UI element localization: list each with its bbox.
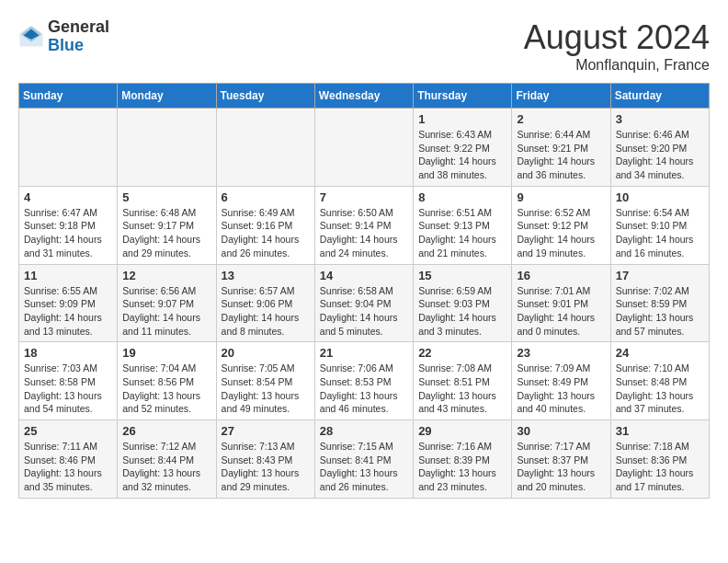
- calendar-day-cell: 5Sunrise: 6:48 AM Sunset: 9:17 PM Daylig…: [118, 186, 216, 264]
- calendar-day-cell: 13Sunrise: 6:57 AM Sunset: 9:06 PM Dayli…: [216, 264, 314, 342]
- day-number: 30: [517, 424, 605, 438]
- day-number: 10: [616, 190, 704, 204]
- calendar-table: Sunday Monday Tuesday Wednesday Thursday…: [18, 83, 710, 499]
- logo-icon: [18, 24, 44, 50]
- day-number: 13: [222, 269, 310, 282]
- day-number: 24: [616, 346, 704, 360]
- calendar-day-cell: 31Sunrise: 7:18 AM Sunset: 8:36 PM Dayli…: [610, 420, 709, 499]
- calendar-day-cell: 26Sunrise: 7:12 AM Sunset: 8:44 PM Dayli…: [118, 420, 216, 499]
- day-number: 17: [616, 269, 704, 282]
- calendar-day-cell: 22Sunrise: 7:08 AM Sunset: 8:51 PM Dayli…: [414, 342, 512, 420]
- calendar-day-cell: 6Sunrise: 6:49 AM Sunset: 9:16 PM Daylig…: [216, 186, 314, 264]
- day-number: 31: [616, 424, 704, 438]
- day-detail: Sunrise: 7:04 AM Sunset: 8:56 PM Dayligh…: [122, 362, 210, 416]
- day-number: 7: [320, 190, 408, 204]
- day-detail: Sunrise: 6:52 AM Sunset: 9:12 PM Dayligh…: [517, 206, 605, 260]
- day-number: 6: [222, 190, 310, 204]
- day-detail: Sunrise: 7:10 AM Sunset: 8:48 PM Dayligh…: [616, 362, 704, 416]
- calendar-day-cell: 11Sunrise: 6:55 AM Sunset: 9:09 PM Dayli…: [19, 264, 118, 342]
- day-number: 11: [24, 269, 112, 282]
- day-detail: Sunrise: 7:06 AM Sunset: 8:53 PM Dayligh…: [320, 362, 408, 416]
- day-number: 18: [24, 346, 112, 360]
- calendar-day-cell: 12Sunrise: 6:56 AM Sunset: 9:07 PM Dayli…: [118, 264, 216, 342]
- day-detail: Sunrise: 6:55 AM Sunset: 9:09 PM Dayligh…: [24, 284, 112, 339]
- day-detail: Sunrise: 7:15 AM Sunset: 8:41 PM Dayligh…: [320, 440, 408, 494]
- calendar-day-cell: 16Sunrise: 7:01 AM Sunset: 9:01 PM Dayli…: [512, 264, 610, 342]
- calendar-day-cell: 21Sunrise: 7:06 AM Sunset: 8:53 PM Dayli…: [314, 342, 413, 420]
- calendar-day-cell: 2Sunrise: 6:44 AM Sunset: 9:21 PM Daylig…: [512, 109, 610, 187]
- calendar-day-cell: 9Sunrise: 6:52 AM Sunset: 9:12 PM Daylig…: [512, 186, 610, 264]
- day-detail: Sunrise: 6:44 AM Sunset: 9:21 PM Dayligh…: [517, 128, 605, 182]
- calendar-week-row: 4Sunrise: 6:47 AM Sunset: 9:18 PM Daylig…: [19, 186, 710, 264]
- day-number: 29: [418, 424, 506, 438]
- day-number: 21: [320, 346, 408, 360]
- logo-blue-text: Blue: [48, 37, 109, 55]
- calendar-day-cell: 19Sunrise: 7:04 AM Sunset: 8:56 PM Dayli…: [118, 342, 216, 420]
- weekday-header-row: Sunday Monday Tuesday Wednesday Thursday…: [19, 84, 710, 109]
- calendar-week-row: 25Sunrise: 7:11 AM Sunset: 8:46 PM Dayli…: [19, 420, 710, 499]
- logo: General Blue: [18, 18, 109, 55]
- day-number: 25: [24, 424, 112, 438]
- calendar-body: 1Sunrise: 6:43 AM Sunset: 9:22 PM Daylig…: [19, 109, 710, 499]
- day-detail: Sunrise: 7:13 AM Sunset: 8:43 PM Dayligh…: [222, 440, 310, 494]
- calendar-day-cell: [19, 109, 118, 187]
- day-detail: Sunrise: 7:16 AM Sunset: 8:39 PM Dayligh…: [418, 440, 506, 494]
- day-number: 22: [418, 346, 506, 360]
- day-detail: Sunrise: 7:09 AM Sunset: 8:49 PM Dayligh…: [517, 362, 605, 416]
- calendar-day-cell: 28Sunrise: 7:15 AM Sunset: 8:41 PM Dayli…: [314, 420, 413, 499]
- calendar-day-cell: 4Sunrise: 6:47 AM Sunset: 9:18 PM Daylig…: [19, 186, 118, 264]
- logo-text: General Blue: [48, 18, 109, 55]
- day-number: 15: [418, 269, 506, 282]
- calendar-day-cell: 24Sunrise: 7:10 AM Sunset: 8:48 PM Dayli…: [610, 342, 709, 420]
- day-detail: Sunrise: 6:59 AM Sunset: 9:03 PM Dayligh…: [418, 284, 506, 339]
- day-detail: Sunrise: 6:47 AM Sunset: 9:18 PM Dayligh…: [24, 206, 112, 260]
- calendar-day-cell: 1Sunrise: 6:43 AM Sunset: 9:22 PM Daylig…: [414, 109, 512, 187]
- day-detail: Sunrise: 6:54 AM Sunset: 9:10 PM Dayligh…: [616, 206, 704, 260]
- day-detail: Sunrise: 7:11 AM Sunset: 8:46 PM Dayligh…: [24, 440, 112, 494]
- calendar-week-row: 1Sunrise: 6:43 AM Sunset: 9:22 PM Daylig…: [19, 109, 710, 187]
- day-number: 4: [24, 190, 112, 204]
- day-detail: Sunrise: 6:46 AM Sunset: 9:20 PM Dayligh…: [616, 128, 704, 182]
- header-thursday: Thursday: [414, 84, 512, 109]
- calendar-day-cell: 29Sunrise: 7:16 AM Sunset: 8:39 PM Dayli…: [414, 420, 512, 499]
- calendar-day-cell: 10Sunrise: 6:54 AM Sunset: 9:10 PM Dayli…: [610, 186, 709, 264]
- calendar-day-cell: 17Sunrise: 7:02 AM Sunset: 8:59 PM Dayli…: [610, 264, 709, 342]
- title-block: August 2024 Monflanquin, France: [524, 18, 710, 74]
- day-detail: Sunrise: 6:49 AM Sunset: 9:16 PM Dayligh…: [222, 206, 310, 260]
- calendar-day-cell: 30Sunrise: 7:17 AM Sunset: 8:37 PM Dayli…: [512, 420, 610, 499]
- calendar-day-cell: 7Sunrise: 6:50 AM Sunset: 9:14 PM Daylig…: [314, 186, 413, 264]
- day-number: 2: [517, 112, 605, 126]
- calendar-week-row: 18Sunrise: 7:03 AM Sunset: 8:58 PM Dayli…: [19, 342, 710, 420]
- day-detail: Sunrise: 6:50 AM Sunset: 9:14 PM Dayligh…: [320, 206, 408, 260]
- header-saturday: Saturday: [610, 84, 709, 109]
- header-monday: Monday: [118, 84, 216, 109]
- calendar-day-cell: 23Sunrise: 7:09 AM Sunset: 8:49 PM Dayli…: [512, 342, 610, 420]
- day-number: 28: [320, 424, 408, 438]
- calendar-day-cell: 18Sunrise: 7:03 AM Sunset: 8:58 PM Dayli…: [19, 342, 118, 420]
- day-number: 14: [320, 269, 408, 282]
- day-detail: Sunrise: 6:48 AM Sunset: 9:17 PM Dayligh…: [122, 206, 210, 260]
- day-number: 19: [122, 346, 210, 360]
- day-detail: Sunrise: 7:17 AM Sunset: 8:37 PM Dayligh…: [517, 440, 605, 494]
- day-number: 1: [418, 112, 506, 126]
- day-number: 3: [616, 112, 704, 126]
- day-number: 9: [517, 190, 605, 204]
- calendar-day-cell: [216, 109, 314, 187]
- day-detail: Sunrise: 7:01 AM Sunset: 9:01 PM Dayligh…: [517, 284, 605, 339]
- day-number: 16: [517, 269, 605, 282]
- calendar-header: Sunday Monday Tuesday Wednesday Thursday…: [19, 84, 710, 109]
- day-detail: Sunrise: 7:03 AM Sunset: 8:58 PM Dayligh…: [24, 362, 112, 416]
- day-detail: Sunrise: 7:08 AM Sunset: 8:51 PM Dayligh…: [418, 362, 506, 416]
- logo-general-text: General: [48, 18, 109, 37]
- calendar-day-cell: [118, 109, 216, 187]
- calendar-day-cell: 20Sunrise: 7:05 AM Sunset: 8:54 PM Dayli…: [216, 342, 314, 420]
- calendar-day-cell: 8Sunrise: 6:51 AM Sunset: 9:13 PM Daylig…: [414, 186, 512, 264]
- calendar-day-cell: 25Sunrise: 7:11 AM Sunset: 8:46 PM Dayli…: [19, 420, 118, 499]
- day-number: 26: [122, 424, 210, 438]
- calendar-day-cell: [314, 109, 413, 187]
- header-sunday: Sunday: [19, 84, 118, 109]
- calendar-week-row: 11Sunrise: 6:55 AM Sunset: 9:09 PM Dayli…: [19, 264, 710, 342]
- day-detail: Sunrise: 7:12 AM Sunset: 8:44 PM Dayligh…: [122, 440, 210, 494]
- day-number: 5: [122, 190, 210, 204]
- month-year-title: August 2024: [524, 18, 710, 57]
